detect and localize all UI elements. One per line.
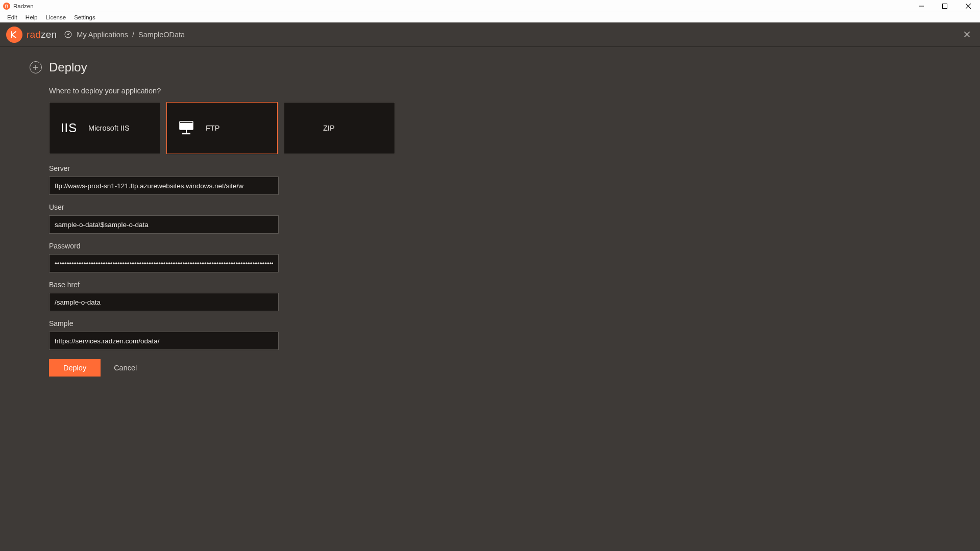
form-group-sample: Sample [49, 319, 950, 350]
form-group-user: User [49, 203, 950, 234]
ftp-icon [176, 120, 197, 136]
menu-license[interactable]: License [41, 13, 70, 21]
window-titlebar: R Radzen [0, 0, 980, 12]
svg-rect-1 [943, 4, 947, 8]
iis-icon: IIS [59, 121, 79, 135]
menubar: Edit Help License Settings [0, 12, 980, 22]
brand: radzen [6, 27, 57, 43]
basehref-label: Base href [49, 281, 950, 289]
breadcrumb-separator: / [132, 31, 134, 39]
deploy-option-iis[interactable]: IIS Microsoft IIS [49, 102, 160, 154]
form-group-basehref: Base href [49, 281, 950, 311]
brand-zen: zen [41, 29, 57, 40]
header-left: radzen My Applications / SampleOData [6, 27, 185, 43]
breadcrumb: My Applications / SampleOData [64, 30, 185, 39]
main-content: Deploy Where to deploy your application?… [0, 47, 980, 551]
brand-rad: rad [27, 29, 41, 40]
menu-help[interactable]: Help [21, 13, 42, 21]
page-title-row: Deploy [30, 60, 950, 74]
deploy-option-label: Microsoft IIS [88, 124, 130, 132]
deploy-option-label: FTP [206, 124, 219, 132]
deploy-option-label: ZIP [323, 124, 335, 132]
window-title: Radzen [13, 3, 34, 9]
deploy-button[interactable]: Deploy [49, 359, 101, 377]
user-input[interactable] [49, 215, 279, 234]
header-close-button[interactable] [960, 30, 974, 39]
form-group-server: Server [49, 164, 950, 195]
password-label: Password [49, 242, 950, 250]
breadcrumb-root[interactable]: My Applications [77, 31, 128, 39]
maximize-button[interactable] [933, 0, 957, 12]
sample-input[interactable] [49, 332, 279, 350]
sample-label: Sample [49, 319, 950, 328]
titlebar-left: R Radzen [3, 3, 34, 10]
deploy-question: Where to deploy your application? [49, 87, 950, 95]
deploy-option-ftp[interactable]: FTP [166, 102, 278, 154]
server-label: Server [49, 164, 950, 172]
deploy-option-zip[interactable]: ZIP [284, 102, 395, 154]
app-icon: R [3, 3, 10, 10]
svg-point-5 [68, 34, 69, 35]
basehref-input[interactable] [49, 293, 279, 311]
brand-logo-icon [6, 27, 22, 43]
window-controls [910, 0, 980, 12]
menu-edit[interactable]: Edit [3, 13, 21, 21]
app-header: radzen My Applications / SampleOData [0, 22, 980, 47]
cancel-button[interactable]: Cancel [114, 364, 137, 372]
brand-text: radzen [27, 29, 57, 40]
page-title: Deploy [49, 60, 87, 74]
plus-circle-icon [30, 61, 42, 73]
server-input[interactable] [49, 177, 279, 195]
minimize-button[interactable] [910, 0, 933, 12]
form-actions: Deploy Cancel [49, 359, 950, 377]
form-group-password: Password [49, 242, 950, 272]
deploy-options: IIS Microsoft IIS FTP ZIP [49, 102, 950, 154]
user-label: User [49, 203, 950, 211]
breadcrumb-current: SampleOData [138, 31, 185, 39]
password-input[interactable] [49, 254, 279, 272]
menu-settings[interactable]: Settings [70, 13, 100, 21]
close-button[interactable] [957, 0, 980, 12]
dashboard-icon [64, 30, 72, 39]
